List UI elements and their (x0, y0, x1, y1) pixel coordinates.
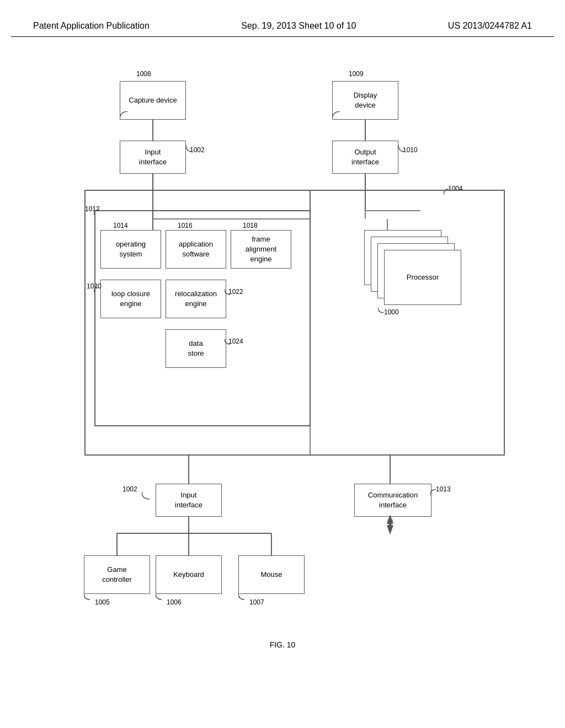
svg-marker-45 (387, 526, 393, 533)
relocalization-box: relocalizationengine (166, 280, 226, 318)
game-controller-box: Gamecontroller (84, 555, 150, 594)
label-1002-bottom: 1002 (122, 485, 137, 493)
label-1022: 1022 (228, 288, 243, 296)
header-right: US 2013/0244782 A1 (448, 21, 532, 31)
capture-device-box: Capture device (120, 81, 186, 120)
output-interface-box: Outputinterface (332, 141, 398, 174)
frame-alignment-box: framealignmentengine (231, 230, 291, 269)
label-1004: 1004 (448, 185, 463, 192)
label-1012: 1012 (85, 205, 100, 213)
svg-marker-23 (388, 520, 392, 528)
label-1002-top: 1002 (190, 146, 205, 154)
label-1020: 1020 (87, 282, 102, 290)
label-1000: 1000 (384, 308, 399, 316)
label-1018: 1018 (243, 222, 258, 229)
label-1013: 1013 (436, 485, 451, 493)
label-1014: 1014 (113, 222, 128, 229)
operating-system-box: operatingsystem (100, 230, 161, 269)
keyboard-box: Keyboard (156, 555, 222, 594)
label-1016: 1016 (178, 222, 193, 229)
svg-marker-46 (387, 516, 393, 523)
communication-interface-box: Communicationinterface (354, 484, 431, 517)
label-1009: 1009 (349, 70, 364, 78)
diagram-area: Capture device 1008 Displaydevice 1009 I… (34, 48, 531, 655)
label-1008: 1008 (136, 70, 151, 78)
label-1007: 1007 (249, 598, 264, 606)
processor-main-box: Processor (384, 250, 461, 305)
label-1005: 1005 (95, 598, 110, 606)
figure-caption: FIG. 10 (34, 640, 531, 649)
header-left: Patent Application Publication (33, 21, 150, 31)
mouse-box: Mouse (238, 555, 305, 594)
input-interface-top-box: Inputinterface (120, 141, 186, 174)
loop-closure-box: loop closureengine (100, 280, 161, 318)
header-center: Sep. 19, 2013 Sheet 10 of 10 (241, 21, 356, 31)
data-store-box: datastore (166, 329, 226, 368)
input-interface-bottom-box: Inputinterface (156, 484, 222, 517)
label-1006: 1006 (167, 598, 182, 606)
curve-1002-bottom (142, 488, 157, 500)
application-software-box: applicationsoftware (166, 230, 226, 269)
display-device-box: Displaydevice (332, 81, 398, 120)
label-1024: 1024 (228, 338, 243, 345)
page-header: Patent Application Publication Sep. 19, … (11, 11, 554, 37)
label-1010: 1010 (403, 146, 418, 154)
